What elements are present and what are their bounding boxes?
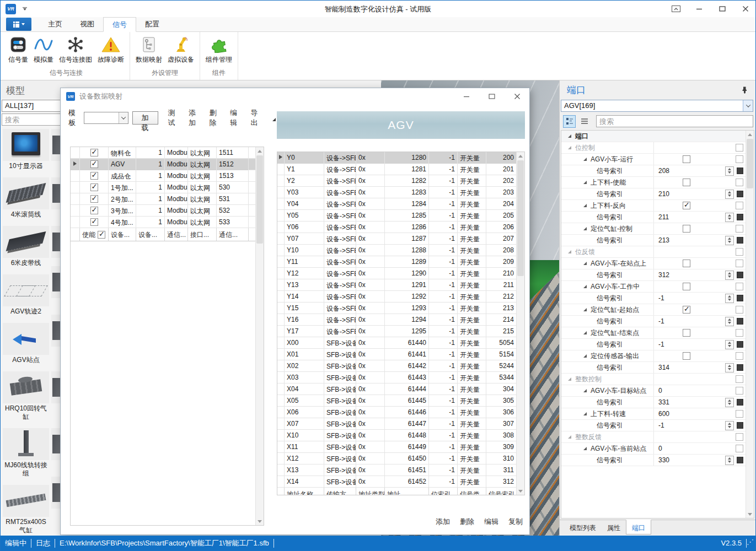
signal-value-checkbox[interactable]: [683, 202, 690, 209]
column-header[interactable]: 地址: [385, 488, 429, 495]
tree-node-index[interactable]: 信号索引331: [561, 397, 746, 408]
spin-up-icon[interactable]: [728, 457, 731, 460]
expand-icon[interactable]: [583, 412, 587, 415]
link-checkbox[interactable]: [736, 410, 743, 418]
tree-node-bit[interactable]: 定位传感器-输出: [561, 350, 746, 362]
group-checkbox[interactable]: [736, 248, 743, 256]
scroll-down-icon[interactable]: [746, 510, 754, 518]
scroll-down-icon[interactable]: [517, 487, 524, 495]
link-checkbox[interactable]: [736, 225, 743, 233]
tree-node-bit[interactable]: AGV小车-工作中: [561, 281, 746, 293]
spin-down-icon[interactable]: [728, 195, 731, 197]
index-spinner[interactable]: [725, 456, 734, 465]
spin-down-icon[interactable]: [728, 299, 731, 301]
device-table-scrollbar[interactable]: [255, 147, 264, 525]
link-checkbox[interactable]: [736, 179, 743, 186]
address-row[interactable]: X14SFB->设备0x61452-1开关量312: [277, 476, 524, 488]
spin-up-icon[interactable]: [728, 423, 731, 425]
minimize-button[interactable]: [694, 3, 705, 14]
spin-up-icon[interactable]: [728, 295, 731, 298]
device-row[interactable]: 物料仓1Modbus以太网1511: [71, 147, 264, 159]
enable-checkbox[interactable]: [90, 195, 98, 203]
tree-node-group[interactable]: 整数控制: [561, 374, 746, 385]
port-search-input[interactable]: [596, 115, 753, 127]
export-dropdown-icon[interactable]: [272, 118, 276, 121]
toolbar-link-add[interactable]: 添加: [189, 108, 200, 128]
enable-checkbox[interactable]: [90, 207, 98, 214]
address-row[interactable]: Y12设备->SFB0x1290-1开关量210: [277, 268, 524, 279]
toolbar-link-delete[interactable]: 删除: [210, 108, 221, 128]
index-spinner[interactable]: [725, 294, 734, 303]
model-item[interactable]: RMT25x400S气缸: [3, 485, 49, 534]
expand-icon[interactable]: [568, 134, 571, 138]
tree-node-group[interactable]: 整数反馈: [561, 431, 746, 443]
spin-down-icon[interactable]: [728, 426, 731, 428]
spin-up-icon[interactable]: [728, 342, 731, 344]
link-checkbox[interactable]: [736, 387, 743, 395]
tree-node-index[interactable]: 信号索引208: [561, 165, 746, 177]
tree-node-bit[interactable]: 上下料-反向: [561, 200, 746, 212]
column-header[interactable]: 地址类型: [356, 488, 385, 495]
bottom-link-add[interactable]: 添加: [436, 517, 450, 527]
dialog-maximize-button[interactable]: [487, 92, 496, 101]
ribbon-tab-config[interactable]: 配置: [136, 17, 168, 31]
tree-node-int[interactable]: AGV小车-当前站点0: [561, 443, 746, 455]
address-row[interactable]: Y06设备->SFB0x1286-1开关量206: [277, 222, 524, 233]
ribbon-button-fault-diagnosis[interactable]: 故障诊断: [95, 34, 126, 66]
scrollbar-thumb[interactable]: [256, 155, 263, 244]
model-item[interactable]: MJ60线轨转接组: [3, 428, 49, 478]
expand-icon[interactable]: [583, 158, 587, 161]
maximize-button[interactable]: [717, 3, 728, 14]
address-row[interactable]: Y11设备->SFB0x1289-1开关量209: [277, 256, 524, 268]
load-button[interactable]: 加载: [132, 111, 158, 125]
tree-node-bit[interactable]: 上下料-使能: [561, 177, 746, 188]
tree-node-section[interactable]: 端口: [561, 131, 746, 142]
address-row[interactable]: Y04设备->SFB0x1284-1开关量204: [277, 198, 524, 210]
tree-node-bit[interactable]: 定位气缸-控制: [561, 223, 746, 235]
column-header[interactable]: 设备...: [109, 228, 136, 241]
address-row[interactable]: Y05设备->SFB0x1285-1开关量205: [277, 210, 524, 222]
tree-view-button[interactable]: [563, 115, 576, 128]
address-row[interactable]: X03SFB->设备0x61443-1开关量5344: [277, 372, 524, 383]
address-row[interactable]: Y2设备->SFB0x1282-1开关量202: [277, 175, 524, 187]
scrollbar-thumb[interactable]: [517, 160, 524, 276]
index-spinner[interactable]: [725, 340, 734, 349]
column-header[interactable]: 接口...: [188, 228, 217, 241]
model-item[interactable]: 4米滚筒线: [3, 177, 49, 219]
link-checkbox[interactable]: [736, 202, 743, 209]
expand-icon[interactable]: [583, 389, 587, 392]
address-table-scrollbar[interactable]: [516, 152, 524, 495]
expand-icon[interactable]: [568, 435, 571, 439]
spin-up-icon[interactable]: [728, 272, 731, 274]
tree-node-index[interactable]: 信号索引-1: [561, 339, 746, 350]
group-checkbox[interactable]: [736, 375, 743, 383]
column-header[interactable]: 信号索引: [486, 488, 517, 495]
spin-down-icon[interactable]: [728, 368, 731, 370]
toolbar-link-edit[interactable]: 编辑: [230, 108, 242, 128]
panel-tab-port[interactable]: 端口: [626, 520, 651, 534]
spin-up-icon[interactable]: [728, 318, 731, 321]
ribbon-button-signal-quantity[interactable]: 信号量: [6, 34, 30, 66]
device-row[interactable]: 2号加...1Modbus以太网531: [71, 193, 264, 205]
tree-node-int[interactable]: 上下料-转速600: [561, 408, 746, 420]
index-spinner[interactable]: [725, 421, 734, 430]
toolbar-link-test[interactable]: 测试: [168, 108, 180, 128]
device-row[interactable]: 3号加...1Modbus以太网532: [71, 205, 264, 217]
resize-grip-icon[interactable]: ⋰: [747, 538, 755, 549]
model-item[interactable]: AGV轨迹2: [3, 274, 49, 316]
spin-up-icon[interactable]: [728, 191, 731, 193]
address-row[interactable]: X02SFB->设备0x61442-1开关量5244: [277, 360, 524, 372]
column-header[interactable]: 使能: [80, 228, 109, 241]
panel-tab-properties[interactable]: 属性: [602, 520, 626, 534]
device-row[interactable]: 成品仓1Modbus以太网1513: [71, 170, 264, 182]
spin-down-icon[interactable]: [728, 218, 731, 220]
bottom-link-copy[interactable]: 复制: [508, 517, 523, 527]
enable-checkbox[interactable]: [90, 218, 98, 226]
model-item[interactable]: 6米皮带线: [3, 226, 49, 267]
app-menu-button[interactable]: [6, 18, 31, 31]
tree-node-bit[interactable]: 定位气缸-结束点: [561, 327, 746, 339]
address-row[interactable]: Y10设备->SFB0x1288-1开关量208: [277, 245, 524, 256]
scroll-up-icon[interactable]: [256, 147, 264, 155]
tree-node-index[interactable]: 信号索引330: [561, 455, 746, 466]
address-row[interactable]: X06SFB->设备0x61446-1开关量306: [277, 407, 524, 418]
